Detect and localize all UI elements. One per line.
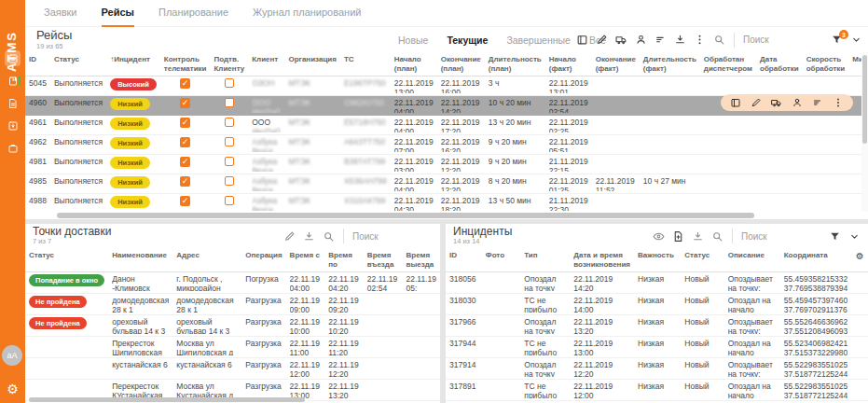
trips-row[interactable]: 4962ВыполняетсяНизкий✓АзбукаВкусаМТЭКА84… — [25, 135, 868, 155]
vertical-scrollbar-thumb[interactable] — [862, 55, 867, 144]
trips-column-header[interactable]: Длительность (факт) — [640, 52, 700, 76]
search-icon[interactable] — [711, 230, 723, 243]
incidents-column-header[interactable]: Важность — [634, 248, 681, 272]
trips-column-header[interactable]: Контроль телематики — [160, 52, 211, 76]
sort-icon[interactable] — [812, 97, 823, 108]
trips-column-header[interactable]: Окончание (план) — [437, 52, 485, 76]
sidebar-inbox-icon[interactable] — [5, 118, 21, 133]
trips-column-header[interactable]: Клиент — [248, 52, 284, 76]
delivery-column-header[interactable]: Время выезда — [402, 248, 440, 272]
trips-column-header[interactable]: Окончание (факт) — [592, 52, 640, 76]
trips-row[interactable]: 4981ВыполняетсяНизкий✓АзбукаВкусаМТЭКВ39… — [25, 155, 868, 174]
edit-icon[interactable] — [751, 97, 762, 108]
sidebar-feed-icon[interactable] — [5, 50, 21, 66]
nav-tab-2[interactable]: Планирование — [158, 0, 228, 27]
delivery-column-header[interactable]: Статус — [25, 248, 108, 272]
unchecked-checkbox[interactable] — [225, 196, 234, 205]
nav-tab-0[interactable]: Заявки — [44, 0, 77, 27]
incidents-column-header[interactable]: Координата — [780, 248, 852, 272]
search-icon[interactable] — [323, 230, 335, 243]
unchecked-checkbox[interactable] — [225, 118, 234, 127]
truck-icon[interactable] — [771, 97, 782, 108]
trips-search-input[interactable] — [741, 34, 823, 46]
checked-checkbox[interactable]: ✓ — [180, 118, 190, 128]
delivery-row[interactable]: Попадание в окноДанон -Климовскг. Подоль… — [25, 272, 440, 294]
delivery-row[interactable]: Не пройденадомодедовская 28 к 1домодедов… — [25, 294, 440, 315]
filter-funnel-icon[interactable] — [829, 230, 841, 243]
incident-row[interactable]: 317944ТС не прибыло вовремя на22.11.2019… — [446, 337, 868, 358]
sort-icon[interactable] — [654, 34, 667, 46]
incidents-column-header[interactable]: Тип — [520, 248, 570, 272]
trips-row[interactable]: 4961ВыполняетсяНизкий✓ОООИксПэОМТЭКЕ5718… — [25, 116, 868, 135]
trips-column-header[interactable]: ↑Инцидент — [106, 52, 160, 76]
trips-column-header[interactable]: ID — [25, 52, 50, 76]
delivery-row[interactable]: Прекресток Шипиловская 50 стр 1Москва ул… — [25, 337, 440, 358]
incident-row[interactable]: 318056Опоздал на точку22.11.2019 14:20Ни… — [446, 272, 868, 294]
delivery-search-input[interactable] — [351, 230, 433, 243]
chevron-down-icon[interactable] — [850, 34, 862, 46]
unchecked-checkbox[interactable] — [225, 137, 234, 146]
trips-column-header[interactable]: Длительность (план) — [485, 52, 545, 76]
trips-column-header[interactable]: Обработан диспетчером — [700, 52, 756, 76]
checked-checkbox[interactable]: ✓ — [180, 98, 190, 108]
reader-icon[interactable] — [576, 34, 588, 46]
trips-column-header[interactable]: Начало (план) — [391, 52, 437, 76]
edit-icon[interactable] — [596, 34, 608, 46]
incidents-column-header[interactable]: ID — [446, 248, 482, 272]
trips-row[interactable]: 5045ВыполняетсяВысокий✓ОЗОНМТЭКЕ196ТР750… — [25, 76, 868, 96]
reader-icon[interactable] — [730, 97, 741, 108]
delivery-row[interactable]: Не пройденаореховый бульвар 14 к 3орехов… — [25, 315, 440, 337]
eye-icon[interactable] — [653, 230, 665, 243]
incident-row[interactable]: 317891ТС не прибыло вовремя на22.11.2019… — [446, 380, 868, 401]
filter-funnel-icon[interactable]: 3 — [831, 34, 843, 46]
nav-tab-1[interactable]: Рейсы — [102, 0, 134, 27]
settings-gear-icon[interactable]: ⚙ — [0, 382, 25, 396]
edit-icon[interactable] — [283, 230, 296, 243]
trips-column-header[interactable]: Организация — [284, 52, 339, 76]
trips-view-tab-2[interactable]: Завершенные — [506, 35, 571, 46]
trips-view-tab-0[interactable]: Новые — [398, 35, 428, 46]
delivery-column-header[interactable]: Время с — [286, 248, 325, 272]
delivery-column-header[interactable]: Адрес — [172, 248, 241, 272]
sidebar-book-icon[interactable] — [5, 73, 21, 89]
person-icon[interactable] — [635, 34, 647, 46]
fileadd-icon[interactable] — [672, 230, 684, 243]
checked-checkbox[interactable]: ✓ — [180, 137, 190, 147]
checked-checkbox[interactable]: ✓ — [180, 196, 190, 206]
more-icon[interactable] — [833, 97, 844, 108]
incidents-column-header[interactable]: Описание — [724, 248, 780, 272]
unchecked-checkbox[interactable] — [225, 157, 234, 166]
checked-checkbox[interactable]: ✓ — [180, 78, 190, 89]
download-icon[interactable] — [674, 34, 686, 46]
delivery-column-header[interactable]: Время въезда — [364, 248, 403, 272]
unchecked-checkbox[interactable] — [225, 78, 234, 88]
trips-column-header[interactable]: Дата обработки — [756, 52, 803, 76]
trips-column-header[interactable]: Подтв. Клиенту — [210, 52, 248, 76]
delivery-column-header[interactable]: Время по — [324, 248, 364, 272]
incidents-column-header[interactable]: Фото — [482, 248, 520, 272]
search-icon[interactable] — [713, 34, 725, 46]
unchecked-checkbox[interactable] — [225, 176, 234, 186]
trips-column-header[interactable]: Статус — [50, 52, 106, 76]
delivery-row[interactable]: кустанайская 6кустанайская 6Разгрузка22.… — [25, 358, 440, 380]
trips-column-header[interactable]: Начало (факт) — [545, 52, 592, 76]
delivery-horizontal-scrollbar-thumb[interactable] — [29, 397, 305, 402]
incidents-column-header[interactable]: Дата и время возникновения — [570, 248, 634, 272]
trips-row[interactable]: 4988ВыполняетсяНизкий✓АзбукаВкусаМТЭКХ31… — [25, 194, 868, 212]
download-icon[interactable] — [692, 230, 704, 243]
trips-row[interactable]: 4985ВыполняетсяНизкий✓АзбукаВкусаМТЭКХ53… — [25, 174, 868, 194]
sidebar-case-icon[interactable] — [5, 140, 21, 156]
trips-column-header[interactable]: ТС — [340, 52, 391, 76]
checked-checkbox[interactable]: ✓ — [180, 176, 190, 187]
chevron-down-icon[interactable] — [848, 230, 861, 243]
download-icon[interactable] — [303, 230, 315, 243]
delivery-column-header[interactable]: Операция — [241, 248, 285, 272]
nav-tab-3[interactable]: Журнал планирований — [253, 0, 361, 27]
incidents-search-input[interactable] — [739, 230, 821, 243]
person-icon[interactable] — [792, 97, 803, 108]
table-settings-gear-icon[interactable]: ⚙ — [851, 248, 868, 272]
trips-view-tab-1[interactable]: Текущие — [447, 35, 488, 46]
unchecked-checkbox[interactable] — [225, 98, 234, 107]
incident-row[interactable]: 317966Опоздал на точку22.11.2019 13:20Ни… — [446, 315, 868, 337]
trips-column-header[interactable]: Скорость обработки — [803, 52, 849, 76]
